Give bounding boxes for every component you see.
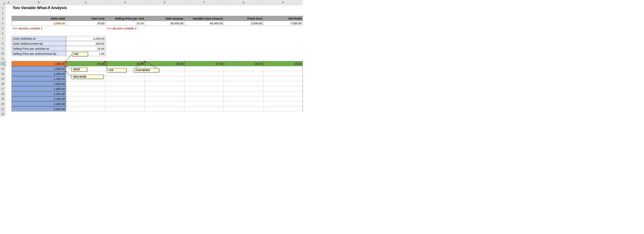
cell-r11-0[interactable] [6, 56, 12, 61]
cell-r22-6[interactable] [224, 112, 263, 116]
table-cell-r5-c3[interactable] [184, 91, 224, 96]
row-header-16[interactable]: 16 [0, 81, 6, 86]
cell-r6-7[interactable] [263, 31, 303, 36]
cell-r6-5[interactable] [184, 31, 224, 36]
table-cell-r1-c4[interactable] [224, 71, 263, 76]
cell-r22-2[interactable] [66, 112, 106, 116]
cell-A3[interactable] [6, 16, 12, 21]
param-val-0[interactable]: 1,000.00 [66, 36, 106, 41]
cell-A21[interactable] [6, 106, 12, 112]
table-cell-r1-c5[interactable] [263, 71, 303, 76]
table-cell-r8-c3[interactable] [184, 106, 224, 112]
cell-r2-2[interactable] [66, 11, 106, 16]
cell-A8[interactable] [6, 41, 12, 46]
cell-r11-4[interactable] [145, 56, 184, 61]
cell-A14[interactable] [6, 71, 12, 76]
table-cell-r3-c5[interactable] [263, 81, 303, 86]
table-cell-r6-c2[interactable] [145, 96, 184, 101]
cell-r11-5[interactable] [184, 56, 224, 61]
table-cell-r5-c1[interactable] [106, 91, 145, 96]
cell-A15[interactable] [6, 76, 12, 81]
table-cell-r2-c3[interactable] [184, 76, 224, 81]
header-net_profit[interactable]: Net Profit [263, 16, 303, 21]
table-cell-r5-c5[interactable] [263, 91, 303, 96]
cell-A13[interactable] [6, 66, 12, 71]
cell-A20[interactable] [6, 101, 12, 106]
row-header-17[interactable]: 17 [0, 86, 6, 91]
value-fixed_cost[interactable]: 3,000.00 [224, 21, 263, 26]
cell-A12[interactable] [6, 61, 12, 66]
table-cell-r8-c1[interactable] [106, 106, 145, 112]
value-unit_cost[interactable]: 20.00 [66, 21, 106, 26]
table-cell-r2-c5[interactable] [263, 76, 303, 81]
header-selling_price[interactable]: Selling Price per unit [106, 16, 145, 21]
col-header-A[interactable]: A [6, 0, 12, 5]
cell-A19[interactable] [6, 96, 12, 101]
cell-r22-3[interactable] [106, 112, 145, 116]
row-header-21[interactable]: 21 [0, 106, 6, 112]
table-col-header-4[interactable]: 28.00 [224, 61, 263, 66]
cell-r2-0[interactable] [6, 11, 12, 16]
table-cell-r4-c5[interactable] [263, 86, 303, 91]
col-header-F[interactable]: F [184, 0, 224, 5]
row-header-8[interactable]: 8 [0, 41, 6, 46]
row-header-5[interactable]: 5 [0, 26, 6, 31]
table-cell-r6-c0[interactable] [66, 96, 106, 101]
table-col-header-0[interactable]: 24.00 [66, 61, 106, 66]
cell-r10-0[interactable] [106, 51, 145, 56]
cell-r22-1[interactable] [12, 112, 66, 116]
cell-r9-0[interactable] [106, 46, 145, 51]
row-header-4[interactable]: 4 [0, 21, 6, 26]
cell-r6-6[interactable] [224, 31, 263, 36]
header-sale_amount[interactable]: Sale Amount [145, 16, 184, 21]
cell-r2-1[interactable] [12, 11, 66, 16]
col-header-D[interactable]: D [106, 0, 145, 5]
value-selling_price[interactable]: 25.00 [106, 21, 145, 26]
cell-r5-1[interactable] [184, 26, 224, 31]
cell-r9-4[interactable] [263, 46, 303, 51]
cell-r22-4[interactable] [145, 112, 184, 116]
param-val-2[interactable]: 24.00 [66, 46, 106, 51]
cell-r8-4[interactable] [263, 41, 303, 46]
note-dec2[interactable]: ==> decision variable 2 [106, 26, 145, 31]
cell-r6-2[interactable] [66, 31, 106, 36]
cell-r6-3[interactable] [106, 31, 145, 36]
row-header-14[interactable]: 14 [0, 71, 6, 76]
table-cell-r8-c4[interactable] [224, 106, 263, 112]
col-header-B[interactable]: B [12, 0, 66, 5]
col-header-H[interactable]: H [263, 0, 303, 5]
cell-r8-2[interactable] [184, 41, 224, 46]
row-header-6[interactable]: 6 [0, 31, 6, 36]
cell-r10-2[interactable] [184, 51, 224, 56]
table-cell-r0-c4[interactable] [224, 66, 263, 71]
cell-r5-0[interactable] [145, 26, 184, 31]
row-header-11[interactable]: 11 [0, 56, 6, 61]
table-cell-r7-c1[interactable] [106, 101, 145, 106]
header-fixed_cost[interactable]: Fixed Cost [224, 16, 263, 21]
cell-r9-3[interactable] [224, 46, 263, 51]
cell-A1[interactable] [6, 5, 12, 11]
table-cell-r5-c0[interactable] [66, 91, 106, 96]
cell-r6-0[interactable] [6, 31, 12, 36]
row-header-9[interactable]: 9 [0, 46, 6, 51]
table-row-header-6[interactable]: 2,200.00 [12, 96, 66, 101]
value-net_profit[interactable]: 7,000.00 [263, 21, 303, 26]
cell-C5[interactable] [66, 26, 106, 31]
cell-r7-4[interactable] [263, 36, 303, 41]
cell-r8-3[interactable] [224, 41, 263, 46]
table-row-header-4[interactable]: 1,800.00 [12, 86, 66, 91]
table-cell-r3-c0[interactable] [66, 81, 106, 86]
cell-A4[interactable] [6, 21, 12, 26]
row-header-15[interactable]: 15 [0, 76, 6, 81]
cell-r2-5[interactable] [184, 11, 224, 16]
table-cell-r8-c0[interactable] [66, 106, 106, 112]
table-cell-r0-c3[interactable] [184, 66, 224, 71]
col-header-E[interactable]: E [145, 0, 184, 5]
cell-r7-0[interactable] [106, 36, 145, 41]
table-cell-r4-c1[interactable] [106, 86, 145, 91]
param-label-2[interactable]: Selling Price per unit Start at [12, 46, 66, 51]
table-cell-r3-c3[interactable] [184, 81, 224, 86]
table-cell-r4-c4[interactable] [224, 86, 263, 91]
cell-r11-3[interactable] [106, 56, 145, 61]
page-title[interactable]: Two Variable What-If Analysis [12, 5, 303, 11]
